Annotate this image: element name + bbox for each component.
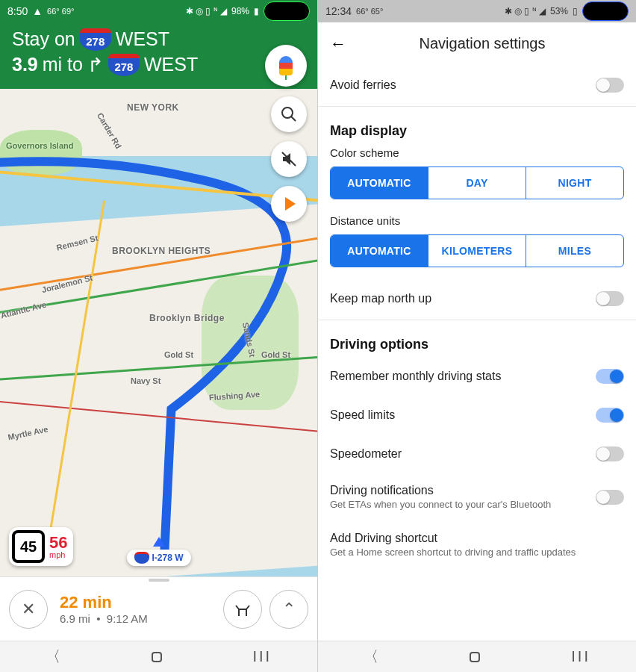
voice-search-button[interactable] (265, 45, 307, 87)
status-bar: 8:50 ▲ 66° 69° ✱ ◎ ▯ ᴺ ◢ 98% ▮ (0, 0, 317, 22)
toggle-switch[interactable] (596, 369, 624, 384)
current-speed: 56mph (49, 535, 67, 559)
color-automatic-option[interactable]: AUTOMATIC (331, 167, 428, 199)
route-label-badge[interactable]: I-278 W (126, 550, 190, 566)
page-title: Navigation settings (340, 35, 624, 52)
system-recents-button[interactable]: III (571, 648, 590, 665)
system-back-button[interactable]: 〈 (364, 647, 378, 667)
search-icon (280, 105, 298, 123)
status-icons: ✱ ◎ ▯ ᴺ ◢ 53% ▯ (505, 6, 578, 16)
maps-navigation-screen: 8:50 ▲ 66° 69° ✱ ◎ ▯ ᴺ ◢ 98% ▮ Stay on 2… (0, 0, 318, 672)
speed-indicator[interactable]: 45 56mph (9, 527, 73, 566)
play-music-icon (285, 197, 296, 211)
keep-north-row[interactable]: Keep map north up (330, 279, 624, 318)
music-button[interactable] (271, 186, 307, 222)
route-shield-icon: 278 (108, 54, 140, 76)
direction-heading: WEST (116, 27, 169, 52)
units-automatic-option[interactable]: AUTOMATIC (331, 235, 428, 267)
toggle-switch[interactable] (596, 490, 624, 505)
alternate-routes-button[interactable] (223, 590, 262, 629)
units-kilometers-option[interactable]: KILOMETERS (428, 235, 526, 267)
map-label: Gold St (164, 350, 193, 359)
app-bar: ← Navigation settings (318, 22, 636, 66)
direction-heading: WEST (144, 52, 198, 78)
distance-units-selector: AUTOMATIC KILOMETERS MILES (330, 234, 624, 267)
clock: 12:34 (325, 5, 352, 17)
remember-stats-row[interactable]: Remember monthly driving stats (330, 357, 624, 396)
speedometer-row[interactable]: Speedometer (330, 435, 624, 473)
svg-line-1 (291, 116, 296, 121)
chevron-up-icon: ⌃ (282, 600, 296, 619)
system-home-button[interactable] (152, 652, 162, 662)
color-scheme-selector: AUTOMATIC DAY NIGHT (330, 167, 624, 199)
map-label: Governors Island (6, 141, 73, 150)
map-label: Gold St (261, 350, 290, 359)
instruction-verb: Stay on (12, 27, 75, 52)
system-recents-button[interactable]: III (252, 648, 272, 665)
status-bar: 12:34 66° 65° ✱ ◎ ▯ ᴺ ◢ 53% ▯ (318, 0, 636, 22)
distance-unit: mi to (43, 52, 83, 78)
map-canvas[interactable]: NEW YORK Governors Island Carder Rd BROO… (0, 89, 317, 576)
trip-summary[interactable]: 22 min 6.9 mi • 9:12 AM (55, 593, 216, 625)
route-shield-icon (134, 552, 149, 564)
avoid-ferries-row[interactable]: Avoid ferries (330, 66, 624, 105)
system-nav-bar: 〈 III (0, 641, 317, 672)
nav-up-icon: ▲ (32, 5, 43, 17)
trip-sub: 6.9 mi • 9:12 AM (60, 612, 216, 625)
navigation-settings-screen: 12:34 66° 65° ✱ ◎ ▯ ᴺ ◢ 53% ▯ ← Navigati… (318, 0, 636, 672)
settings-list[interactable]: Avoid ferries Map display Color scheme A… (318, 66, 636, 641)
color-night-option[interactable]: NIGHT (526, 167, 623, 199)
map-label: NEW YORK (127, 102, 179, 113)
color-day-option[interactable]: DAY (428, 167, 526, 199)
toggle-switch[interactable] (596, 291, 624, 306)
section-map-display: Map display (330, 108, 624, 143)
turn-icon: ↱ (87, 52, 104, 78)
distance-value: 3.9 (12, 52, 38, 78)
system-home-button[interactable] (470, 652, 480, 662)
map-label: Brooklyn Bridge (149, 313, 225, 323)
expand-sheet-button[interactable]: ⌃ (269, 590, 308, 629)
weather: 66° 65° (356, 7, 383, 16)
weather: 66° 69° (47, 7, 74, 16)
toggle-switch[interactable] (596, 78, 624, 93)
svg-point-0 (282, 108, 293, 118)
speed-limit-sign: 45 (12, 530, 45, 563)
add-driving-shortcut-row[interactable]: Add Driving shortcut Get a Home screen s… (330, 521, 624, 568)
microphone-icon (279, 56, 293, 75)
mute-button[interactable] (271, 141, 307, 177)
map-label: Navy St (131, 376, 160, 385)
toggle-switch[interactable] (596, 447, 624, 461)
current-location-arrow-icon (153, 537, 165, 547)
camera-cutout (582, 1, 629, 21)
map-label: BROOKLYN HEIGHTS (112, 246, 211, 256)
driving-notifications-row[interactable]: Driving notifications Get ETAs when you … (330, 473, 624, 521)
route-shield-icon: 278 (80, 28, 111, 51)
status-icons: ✱ ◎ ▯ ᴺ ◢ 98% ▮ (186, 6, 259, 16)
search-button[interactable] (271, 96, 307, 132)
section-driving-options: Driving options (330, 322, 624, 357)
distance-units-label: Distance units (330, 211, 624, 227)
clock: 8:50 (7, 5, 28, 17)
volume-mute-icon (280, 150, 298, 168)
route-split-icon (234, 600, 252, 618)
units-miles-option[interactable]: MILES (526, 235, 623, 267)
close-navigation-button[interactable]: ✕ (9, 590, 48, 629)
system-nav-bar: 〈 III (318, 641, 636, 672)
sheet-grabber[interactable] (149, 579, 169, 582)
speed-limits-row[interactable]: Speed limits (330, 396, 624, 435)
close-icon: ✕ (22, 600, 35, 619)
color-scheme-label: Color scheme (330, 143, 624, 159)
toggle-switch[interactable] (596, 408, 624, 423)
trip-bottom-sheet[interactable]: ✕ 22 min 6.9 mi • 9:12 AM ⌃ (0, 576, 317, 641)
system-back-button[interactable]: 〈 (46, 647, 60, 667)
time-remaining: 22 min (60, 593, 216, 612)
camera-cutout (264, 1, 310, 21)
